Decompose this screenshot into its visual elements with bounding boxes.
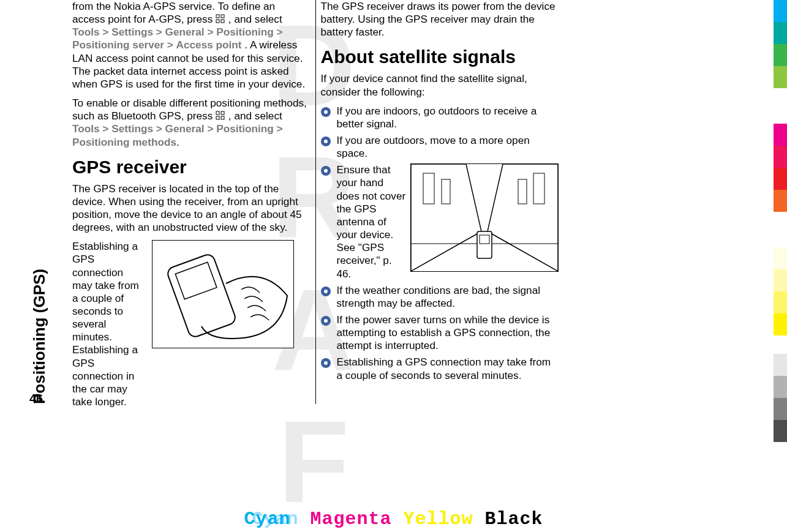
colorbar-grey70 [774, 420, 787, 442]
menu-path-positioning: Positioning [216, 26, 274, 38]
svg-rect-0 [216, 15, 219, 18]
paragraph-with-illustration: Establishing a GPS connection may take f… [72, 240, 311, 408]
text: , and select [228, 13, 282, 25]
bullet-icon [321, 316, 331, 326]
colorbar-magenta [774, 124, 787, 146]
menu-path-tools: Tools [72, 122, 100, 135]
list-item: Establishing a GPS connection may take f… [321, 356, 559, 381]
breadcrumb-sep: > [102, 26, 108, 38]
list-item-text: Establishing a GPS connection may take f… [337, 356, 559, 381]
menu-path-access-point: Access point [176, 39, 242, 51]
svg-rect-15 [423, 173, 434, 204]
bullet-icon [321, 358, 331, 368]
svg-rect-16 [442, 179, 450, 204]
footer-magenta-label: Magenta [310, 509, 391, 530]
printer-registration-footer: Cyan Cyan Magenta Yellow Black [0, 509, 787, 530]
bullet-icon [321, 166, 331, 176]
svg-rect-17 [533, 173, 544, 204]
list-item-text: If the power saver turns on while the de… [337, 313, 559, 352]
colorbar-green [774, 44, 787, 66]
breadcrumb-sep: > [102, 122, 108, 135]
list-item: If the power saver turns on while the de… [321, 313, 559, 352]
svg-rect-5 [221, 111, 224, 114]
colorbar-lightyellow [774, 269, 787, 291]
illustration-phone-in-hand [152, 240, 294, 348]
colorbar-paleyellow [774, 247, 787, 269]
list-item: Ensure that your hand does not cover the… [321, 163, 559, 280]
svg-rect-7 [221, 116, 224, 119]
breadcrumb-sep: > [277, 26, 283, 38]
menu-path-positioning-methods: Positioning methods [72, 136, 176, 148]
svg-rect-18 [518, 179, 527, 204]
colorbar-gap [774, 88, 787, 124]
svg-rect-3 [221, 20, 224, 23]
colorbar-grey10 [774, 354, 787, 376]
menu-path-settings: Settings [111, 122, 153, 135]
menu-path-positioning: Positioning [216, 122, 274, 135]
svg-marker-11 [488, 164, 558, 271]
breadcrumb-sep: > [156, 26, 162, 38]
svg-line-14 [488, 231, 558, 271]
left-column: from the Nokia A-GPS service. To define … [67, 0, 316, 404]
bullet-icon [321, 137, 331, 146]
list-item: If the weather conditions are bad, the s… [321, 284, 559, 310]
svg-rect-2 [216, 20, 219, 23]
paragraph: The GPS receiver is located in the top o… [72, 182, 311, 234]
breadcrumb-sep: > [167, 39, 173, 51]
menu-path-tools: Tools [72, 26, 100, 38]
page-number: 46 [29, 392, 43, 406]
printer-color-bars [774, 0, 787, 442]
colorbar-yellow2 [774, 291, 787, 313]
chapter-title-vertical: Positioning (GPS) [27, 0, 51, 406]
menu-path-positioning-server: Positioning server [72, 39, 164, 51]
svg-marker-10 [411, 164, 481, 271]
footer-black-label: Black [485, 509, 543, 530]
svg-rect-8 [166, 253, 237, 339]
breadcrumb-sep: > [207, 26, 213, 38]
bullet-icon [321, 107, 331, 117]
colorbar-cyan [774, 0, 787, 22]
breadcrumb-sep: > [207, 122, 213, 135]
text: , and select [228, 110, 282, 122]
svg-rect-9 [175, 263, 217, 299]
menu-path-general: General [165, 26, 205, 38]
paragraph: If your device cannot find the satellite… [321, 72, 559, 98]
text-columns: from the Nokia A-GPS service. To define … [67, 0, 563, 404]
list-item-text: Ensure that your hand does not cover the… [337, 163, 406, 279]
paragraph: To enable or disable different positioni… [72, 97, 311, 149]
colorbar-pink [774, 146, 787, 168]
svg-rect-6 [216, 116, 219, 119]
colorbar-grey50 [774, 398, 787, 420]
breadcrumb-sep: > [156, 122, 162, 135]
text: Establishing a GPS connection may take f… [72, 240, 146, 408]
page-area: DRAFT Positioning (GPS) 46 from the Noki… [0, 0, 692, 441]
footer-cyan-label-shadow: Cyan [252, 509, 298, 530]
svg-rect-1 [221, 15, 224, 18]
svg-rect-4 [216, 111, 219, 114]
breadcrumb-sep: > [277, 122, 283, 135]
right-column: The GPS receiver draws its power from th… [316, 0, 564, 404]
paragraph: The GPS receiver draws its power from th… [321, 0, 559, 39]
bullet-icon [321, 287, 331, 296]
menu-key-icon [216, 111, 225, 121]
list-item-text: If the weather conditions are bad, the s… [337, 284, 559, 310]
menu-path-settings: Settings [111, 26, 153, 38]
svg-line-13 [411, 231, 481, 271]
footer-yellow-label: Yellow [404, 509, 473, 530]
colorbar-red [774, 168, 787, 190]
heading-gps-receiver: GPS receiver [72, 156, 311, 179]
colorbar-yellow [774, 313, 787, 335]
heading-about-satellite-signals: About satellite signals [321, 46, 559, 69]
list-item-text: If you are outdoors, move to a more open… [337, 134, 559, 160]
list-item-text: If you are indoors, go outdoors to recei… [337, 105, 559, 130]
list-item: If you are outdoors, move to a more open… [321, 134, 559, 160]
paragraph: from the Nokia A-GPS service. To define … [72, 0, 311, 91]
menu-path-general: General [165, 122, 205, 135]
colorbar-teal [774, 22, 787, 44]
colorbar-lime [774, 66, 787, 88]
illustration-street-phone [410, 163, 559, 272]
list-item-with-illustration: Ensure that your hand does not cover the… [337, 163, 559, 280]
menu-key-icon [216, 14, 225, 24]
colorbar-gap [774, 212, 787, 247]
colorbar-orange [774, 190, 787, 212]
